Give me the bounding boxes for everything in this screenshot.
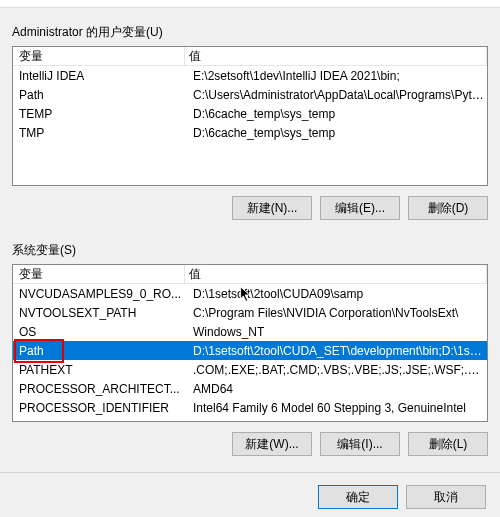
var-value: AMD64 [189,382,487,396]
var-value: Intel64 Family 6 Model 60 Stepping 3, Ge… [189,401,487,415]
var-value: D:\1setsoft\2tool\CUDA09\samp [189,287,487,301]
new-sys-var-button[interactable]: 新建(W)... [232,432,312,456]
var-value: E:\2setsoft\1dev\IntelliJ IDEA 2021\bin; [189,69,487,83]
var-value: .COM;.EXE;.BAT;.CMD;.VBS;.VBE;.JS;.JSE;.… [189,363,487,377]
col-variable[interactable]: 变量 [15,265,185,283]
dialog-footer: 确定 取消 [0,473,500,517]
user-variables-group: Administrator 的用户变量(U) 变量 值 IntelliJ IDE… [12,24,488,220]
system-buttons-row: 新建(W)... 编辑(I)... 删除(L) [12,432,488,456]
var-name: TMP [15,126,189,140]
table-row[interactable]: PATHEXT.COM;.EXE;.BAT;.CMD;.VBS;.VBE;.JS… [13,360,487,379]
var-name: IntelliJ IDEA [15,69,189,83]
user-buttons-row: 新建(N)... 编辑(E)... 删除(D) [12,196,488,220]
table-row[interactable]: TMPD:\6cache_temp\sys_temp [13,123,487,142]
var-value: C:\Users\Administrator\AppData\Local\Pro… [189,88,487,102]
table-row[interactable]: NVCUDASAMPLES9_0_RO...D:\1setsoft\2tool\… [13,284,487,303]
var-name: Path [15,88,189,102]
var-name: PROCESSOR_IDENTIFIER [15,401,189,415]
var-value: D:\6cache_temp\sys_temp [189,126,487,140]
user-variables-label: Administrator 的用户变量(U) [12,24,488,41]
var-name: PATHEXT [15,363,189,377]
table-row[interactable]: NVTOOLSEXT_PATHC:\Program Files\NVIDIA C… [13,303,487,322]
var-name: PROCESSOR_ARCHITECT... [15,382,189,396]
var-value: D:\6cache_temp\sys_temp [189,107,487,121]
var-value: C:\Program Files\NVIDIA Corporation\NvTo… [189,306,487,320]
var-name: TEMP [15,107,189,121]
sys-table-header: 变量 值 [13,265,487,284]
ok-button[interactable]: 确定 [318,485,398,509]
edit-user-var-button[interactable]: 编辑(E)... [320,196,400,220]
var-name: OS [15,325,189,339]
col-variable[interactable]: 变量 [15,47,185,65]
delete-sys-var-button[interactable]: 删除(L) [408,432,488,456]
var-name: Path [15,344,189,358]
var-value: D:\1setsoft\2tool\CUDA_SET\development\b… [189,344,487,358]
cancel-button[interactable]: 取消 [406,485,486,509]
col-value[interactable]: 值 [185,47,487,65]
col-value[interactable]: 值 [185,265,487,283]
table-row[interactable]: PathC:\Users\Administrator\AppData\Local… [13,85,487,104]
table-row[interactable]: PROCESSOR_ARCHITECT...AMD64 [13,379,487,398]
table-row[interactable]: OSWindows_NT [13,322,487,341]
titlebar [0,0,500,8]
new-user-var-button[interactable]: 新建(N)... [232,196,312,220]
table-row[interactable]: PROCESSOR_IDENTIFIERIntel64 Family 6 Mod… [13,398,487,417]
var-value: Windows_NT [189,325,487,339]
dialog-content: Administrator 的用户变量(U) 变量 值 IntelliJ IDE… [0,8,500,456]
table-row[interactable]: TEMPD:\6cache_temp\sys_temp [13,104,487,123]
system-variables-label: 系统变量(S) [12,242,488,259]
var-name: NVCUDASAMPLES9_0_RO... [15,287,189,301]
system-variables-table[interactable]: 变量 值 NVCUDASAMPLES9_0_RO...D:\1setsoft\2… [12,264,488,422]
environment-variables-dialog: Administrator 的用户变量(U) 变量 值 IntelliJ IDE… [0,0,500,517]
table-row[interactable]: IntelliJ IDEAE:\2setsoft\1dev\IntelliJ I… [13,66,487,85]
edit-sys-var-button[interactable]: 编辑(I)... [320,432,400,456]
var-name: NVTOOLSEXT_PATH [15,306,189,320]
table-row[interactable]: PathD:\1setsoft\2tool\CUDA_SET\developme… [13,341,487,360]
system-variables-group: 系统变量(S) 变量 值 NVCUDASAMPLES9_0_RO...D:\1s… [12,242,488,456]
user-variables-table[interactable]: 变量 值 IntelliJ IDEAE:\2setsoft\1dev\Intel… [12,46,488,186]
delete-user-var-button[interactable]: 删除(D) [408,196,488,220]
user-table-header: 变量 值 [13,47,487,66]
